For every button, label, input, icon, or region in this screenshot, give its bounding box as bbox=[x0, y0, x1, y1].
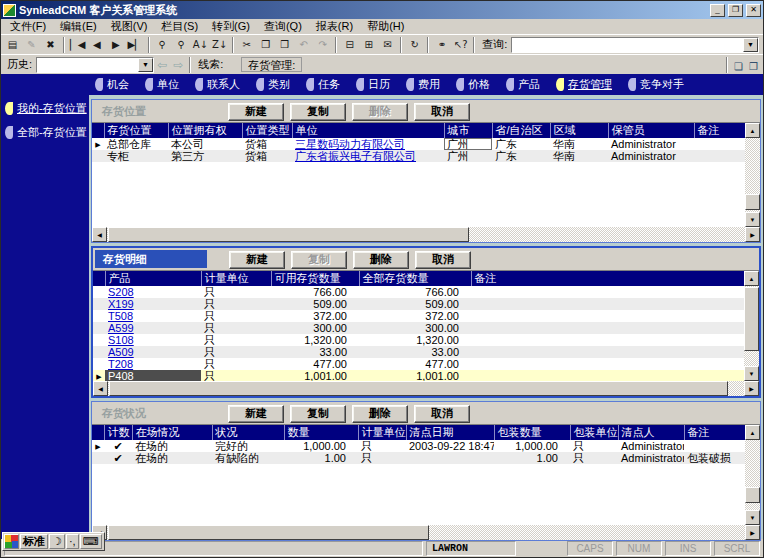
cell[interactable]: Administrator bbox=[608, 150, 694, 162]
last-record-icon[interactable]: ▶▏ bbox=[125, 36, 144, 53]
find-icon[interactable]: ⚭ bbox=[432, 36, 451, 53]
cell[interactable]: 1,000.00 bbox=[284, 440, 358, 452]
history-input[interactable] bbox=[37, 58, 138, 72]
column-header[interactable]: 状况 bbox=[212, 425, 284, 440]
cut-icon[interactable]: ✂ bbox=[237, 36, 256, 53]
search-icon[interactable]: ⚲ bbox=[153, 36, 172, 53]
query-dropdown-icon[interactable]: ▼ bbox=[743, 38, 758, 52]
tab-竞争对手[interactable]: 竞争对手 bbox=[628, 77, 684, 92]
sidebar-item-我的-存货位置[interactable]: 我的-存货位置 bbox=[5, 101, 89, 116]
column-header[interactable]: 位置类型 bbox=[242, 123, 292, 138]
tab-存货管理[interactable]: 存货管理 bbox=[556, 77, 612, 92]
scroll-up-icon[interactable]: ▲ bbox=[744, 271, 759, 286]
cell[interactable]: 包装破损 bbox=[684, 452, 745, 464]
cell[interactable]: 1,001.00 bbox=[271, 370, 359, 381]
cell[interactable]: 本公司 bbox=[168, 138, 242, 150]
cell[interactable]: 只 bbox=[358, 452, 406, 464]
column-header[interactable]: 保管员 bbox=[608, 123, 694, 138]
column-header[interactable]: 城市 bbox=[444, 123, 492, 138]
cell[interactable]: 广州 bbox=[444, 138, 492, 150]
panel-button-取消[interactable]: 取消 bbox=[414, 405, 470, 423]
column-header[interactable]: 位置拥有权 bbox=[168, 123, 242, 138]
cell[interactable]: 第三方 bbox=[168, 150, 242, 162]
column-header[interactable]: 存货位置 bbox=[104, 123, 168, 138]
column-header[interactable]: 备注 bbox=[471, 271, 744, 286]
mail-icon[interactable]: ✉ bbox=[378, 36, 397, 53]
history-dropdown-icon[interactable]: ▼ bbox=[138, 58, 153, 72]
cell-link[interactable]: T208 bbox=[105, 358, 201, 370]
tab-联系人[interactable]: 联系人 bbox=[195, 77, 240, 92]
cell[interactable]: 广东 bbox=[492, 150, 550, 162]
cell[interactable]: 只 bbox=[201, 322, 271, 334]
scrollbar-thumb[interactable] bbox=[108, 227, 469, 242]
prev-record-icon[interactable]: ◀ bbox=[87, 36, 106, 53]
column-header[interactable]: 区域 bbox=[550, 123, 608, 138]
scrollbar-thumb[interactable] bbox=[744, 287, 759, 351]
menu-item[interactable]: 栏目(S) bbox=[154, 19, 205, 34]
cell[interactable]: 有缺陷的 bbox=[212, 452, 284, 464]
cell[interactable]: 1,320.00 bbox=[271, 334, 359, 346]
column-header[interactable]: 备注 bbox=[684, 425, 745, 440]
cell-link[interactable]: S208 bbox=[105, 286, 201, 298]
menu-item[interactable]: 编辑(E) bbox=[53, 19, 104, 34]
panel-button-删除[interactable]: 删除 bbox=[352, 405, 408, 423]
scroll-up-icon[interactable]: ▲ bbox=[745, 123, 760, 138]
horizontal-scrollbar[interactable]: ◀ ▶ bbox=[92, 227, 760, 242]
scroll-right-icon[interactable]: ▶ bbox=[744, 381, 759, 396]
scrollbar-thumb[interactable] bbox=[745, 194, 760, 210]
cell[interactable] bbox=[471, 334, 744, 346]
scroll-down-icon[interactable]: ▼ bbox=[745, 510, 760, 525]
cell[interactable]: 33.00 bbox=[271, 346, 359, 358]
restore-button[interactable]: ❐ bbox=[728, 4, 743, 17]
cell[interactable] bbox=[471, 310, 744, 322]
cell[interactable]: 货箱 bbox=[242, 138, 292, 150]
tab-日历[interactable]: 日历 bbox=[356, 77, 390, 92]
cell[interactable]: 只 bbox=[358, 440, 406, 452]
cell[interactable]: 货箱 bbox=[242, 150, 292, 162]
cell[interactable]: 372.00 bbox=[359, 310, 471, 322]
cell[interactable]: 在场的 bbox=[132, 452, 212, 464]
cell[interactable]: 766.00 bbox=[359, 286, 471, 298]
cell[interactable]: 766.00 bbox=[271, 286, 359, 298]
column-header[interactable]: 计数 bbox=[104, 425, 132, 440]
tab-产品[interactable]: 产品 bbox=[506, 77, 540, 92]
tab-类别[interactable]: 类别 bbox=[256, 77, 290, 92]
cell[interactable]: Administrator bbox=[608, 138, 694, 150]
cell[interactable] bbox=[471, 370, 744, 381]
new-record-icon[interactable]: ▤ bbox=[3, 36, 22, 53]
forward-icon[interactable]: ⇨ bbox=[170, 58, 186, 72]
tab-费用[interactable]: 费用 bbox=[406, 77, 440, 92]
cell[interactable]: 33.00 bbox=[359, 346, 471, 358]
scrollbar-thumb[interactable] bbox=[108, 525, 429, 540]
first-record-icon[interactable]: ▏◀ bbox=[68, 36, 87, 53]
print-icon[interactable]: ⊟ bbox=[340, 36, 359, 53]
menu-item[interactable]: 转到(G) bbox=[205, 19, 257, 34]
panel-button-复制[interactable]: 复制 bbox=[290, 103, 346, 121]
cell-link[interactable]: A509 bbox=[105, 346, 201, 358]
paste-icon[interactable]: ❒ bbox=[275, 36, 294, 53]
help-pointer-icon[interactable]: ↖? bbox=[451, 36, 470, 53]
refresh-icon[interactable]: ↻ bbox=[405, 36, 424, 53]
contact-card-add-icon[interactable]: ❐ bbox=[746, 61, 761, 72]
tab-机会[interactable]: 机会 bbox=[95, 77, 129, 92]
column-header[interactable]: 计量单位 bbox=[358, 425, 406, 440]
column-header[interactable]: 产品 bbox=[105, 271, 201, 286]
ime-punctuation-icon[interactable]: ·, bbox=[66, 534, 79, 549]
export-icon[interactable]: ⊞ bbox=[359, 36, 378, 53]
cell[interactable]: 只 bbox=[570, 440, 618, 452]
cell[interactable]: 完好的 bbox=[212, 440, 284, 452]
cell[interactable]: 总部仓库 bbox=[104, 138, 168, 150]
column-header[interactable]: 单位 bbox=[292, 123, 444, 138]
cell[interactable]: 1,001.00 bbox=[359, 370, 471, 381]
cell[interactable]: 只 bbox=[201, 286, 271, 298]
cell[interactable] bbox=[684, 440, 745, 452]
cell[interactable]: 只 bbox=[201, 346, 271, 358]
cell[interactable] bbox=[471, 322, 744, 334]
cell[interactable]: 1,000.00 bbox=[494, 440, 570, 452]
panel-button-取消[interactable]: 取消 bbox=[414, 103, 470, 121]
sort-desc-icon[interactable]: Z↓ bbox=[210, 36, 229, 53]
cell[interactable]: 华南 bbox=[550, 138, 608, 150]
vertical-scrollbar[interactable]: ▲ ▼ bbox=[745, 123, 760, 227]
cell[interactable] bbox=[694, 138, 745, 150]
cell[interactable]: 300.00 bbox=[271, 322, 359, 334]
